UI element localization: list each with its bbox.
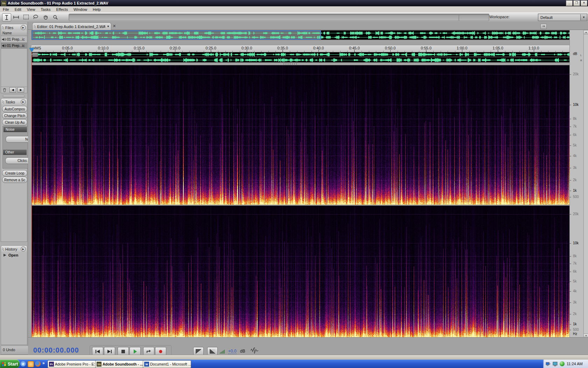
- task-clean-up-audio-button[interactable]: Clean Up Au: [2, 119, 27, 125]
- taskbar-window-word[interactable]: W Document1 - Microsoft ...: [143, 360, 191, 368]
- workspace-dropdown[interactable]: Default ▼: [538, 14, 587, 21]
- quicklaunch-firefox-icon[interactable]: [35, 361, 41, 367]
- waveform-strips-canvas[interactable]: [31, 52, 569, 63]
- panel-grip-icon: [2, 247, 4, 251]
- files-panel-body: Name 01 Prep...ic 01 Prep...ic ◀ ▶: [1, 30, 27, 93]
- strip-splitter[interactable]: [31, 63, 569, 65]
- prev-file-button[interactable]: ◀: [9, 87, 16, 93]
- antivirus-tray-icon[interactable]: [560, 361, 565, 366]
- amplitude-adjust-icon[interactable]: [250, 347, 259, 354]
- task-change-pitch-button[interactable]: Change Pitch: [2, 113, 27, 119]
- editor-tab-close-icon[interactable]: ✕: [113, 24, 116, 28]
- start-button[interactable]: Start: [0, 360, 20, 368]
- ruler-tick-label: 1:00.0: [457, 46, 468, 50]
- splitter-dots-icon: [284, 63, 298, 64]
- overview-waveform-canvas[interactable]: [32, 30, 570, 40]
- menu-view[interactable]: View: [24, 7, 38, 12]
- other-group-header: Other: [3, 150, 27, 155]
- dropdown-arrow-icon[interactable]: ▼: [580, 14, 587, 20]
- menu-file[interactable]: File: [0, 7, 12, 12]
- lasso-tool[interactable]: [31, 13, 40, 21]
- files-panel-footer: ◀ ▶: [1, 87, 27, 93]
- menu-edit[interactable]: Edit: [12, 7, 24, 12]
- task-autocomposer-button[interactable]: AutoCompos: [2, 106, 27, 112]
- time-display[interactable]: 00:00:00.000: [33, 346, 79, 355]
- panel-menu-icon[interactable]: ▶: [21, 99, 26, 104]
- ruler-tick-label: 0:10.0: [98, 46, 109, 50]
- volume-unit-label: dB: [240, 349, 245, 354]
- system-tray: 11:24 AM: [543, 360, 588, 368]
- tasks-panel-tab[interactable]: Tasks ▶: [1, 98, 27, 105]
- marquee-tool[interactable]: [22, 13, 30, 21]
- record-icon: [159, 349, 163, 354]
- fade-out-icon: [210, 349, 215, 354]
- trash-icon[interactable]: [2, 88, 7, 92]
- files-panel-title: Files: [5, 26, 13, 30]
- history-panel-tab[interactable]: History ▶: [1, 245, 27, 253]
- panel-splitter-handle[interactable]: [3, 95, 24, 97]
- files-panel-tab[interactable]: Files ▶: [1, 24, 27, 31]
- display-tray-icon[interactable]: [553, 362, 558, 366]
- quicklaunch-overflow-chevron[interactable]: »: [42, 361, 45, 366]
- menu-tasks[interactable]: Tasks: [38, 7, 53, 12]
- taskbar-window-premiere[interactable]: Pr Adobe Premiere Pro - E:\...: [48, 360, 96, 368]
- taskbar-clock: 11:24 AM: [567, 362, 583, 366]
- window-title: Adobe Soundbooth - 01 Prep Audio 1 Extra…: [8, 1, 565, 5]
- app-icon: Sb: [1, 1, 6, 6]
- taskbar-window-soundbooth-active[interactable]: Sb Adobe Soundbooth - ...: [95, 360, 144, 368]
- task-create-loop-button[interactable]: Create Loop: [2, 170, 27, 176]
- task-remove-sound-button[interactable]: Remove a Sc: [2, 177, 27, 183]
- tasks-panel-title: Tasks: [5, 100, 15, 104]
- overview-strip[interactable]: [31, 30, 570, 40]
- editor-panel-menu-icon[interactable]: ≡▾: [540, 24, 547, 29]
- ruler-tick-label: 1:10.0: [528, 46, 539, 50]
- editor-tab[interactable]: Editor: 01 Prep Audio 1 Extracted_2.WAV …: [32, 22, 111, 30]
- taskbar-window-label: Document1 - Microsoft ...: [150, 362, 191, 366]
- toolbar-shelf-2: [458, 14, 489, 21]
- next-file-button[interactable]: ▶: [18, 87, 24, 93]
- waveform-strips[interactable]: [31, 52, 569, 63]
- editor-tab-label: Editor: 01 Prep Audio 1 Extracted_2.WAV: [37, 25, 105, 29]
- windows-flag-icon: [2, 361, 7, 366]
- vertical-scrollbar[interactable]: ▲ ▼: [583, 30, 588, 338]
- toolbar-shelf: [69, 14, 489, 21]
- scroll-up-icon[interactable]: ▲: [584, 30, 588, 34]
- hand-tool[interactable]: [41, 13, 50, 21]
- spectrogram-left-channel[interactable]: [31, 65, 569, 205]
- network-tray-icon[interactable]: [546, 362, 551, 366]
- ruler-tick-label: 0:30.0: [241, 46, 252, 50]
- ibeam-icon: [5, 15, 9, 20]
- go-to-start-icon: [95, 350, 100, 353]
- quicklaunch-ie-icon[interactable]: e: [20, 361, 26, 367]
- menu-help[interactable]: Help: [90, 7, 104, 12]
- close-button[interactable]: ✕: [581, 0, 587, 6]
- panel-menu-icon[interactable]: ▶: [21, 25, 26, 30]
- undo-status: 0 Undo: [1, 346, 29, 355]
- menu-effects[interactable]: Effects: [53, 7, 70, 12]
- volume-value[interactable]: +0.0: [228, 349, 237, 354]
- playhead-marker[interactable]: [29, 48, 34, 52]
- other-group: Other Clicks &: [2, 149, 27, 169]
- quicklaunch-clock-icon[interactable]: [28, 361, 34, 367]
- frequency-selection-tool[interactable]: [12, 13, 20, 21]
- spectrogram-right-channel[interactable]: [31, 206, 569, 337]
- tool-bar: Workspace: Default ▼: [0, 12, 588, 22]
- file-list-item-selected[interactable]: 01 Prep...ic: [1, 42, 27, 49]
- panel-menu-icon[interactable]: ▶: [21, 246, 26, 252]
- ruler-tick-label: 0:20.0: [170, 46, 181, 50]
- hand-icon: [43, 15, 48, 20]
- fade-in-icon: [196, 349, 201, 354]
- ruler-tick-label: 1:05.0: [492, 46, 503, 50]
- time-ruler[interactable]: HMS 0:05.00:10.00:15.00:20.00:25.00:30.0…: [31, 45, 569, 53]
- files-name-column-header[interactable]: Name: [1, 30, 27, 36]
- history-entry-open[interactable]: Open: [1, 252, 27, 258]
- ruler-tick-label: 0:40.0: [313, 46, 324, 50]
- maximize-button[interactable]: ❐: [573, 0, 580, 6]
- file-list-item[interactable]: 01 Prep...ic: [1, 36, 27, 42]
- minimize-button[interactable]: _: [566, 0, 573, 6]
- tab-dropdown-icon[interactable]: ▼: [105, 25, 111, 28]
- clicks-pops-button[interactable]: Clicks &: [5, 157, 31, 164]
- zoom-tool[interactable]: [51, 13, 59, 21]
- menu-window[interactable]: Window: [71, 7, 90, 12]
- time-selection-tool[interactable]: [2, 13, 11, 21]
